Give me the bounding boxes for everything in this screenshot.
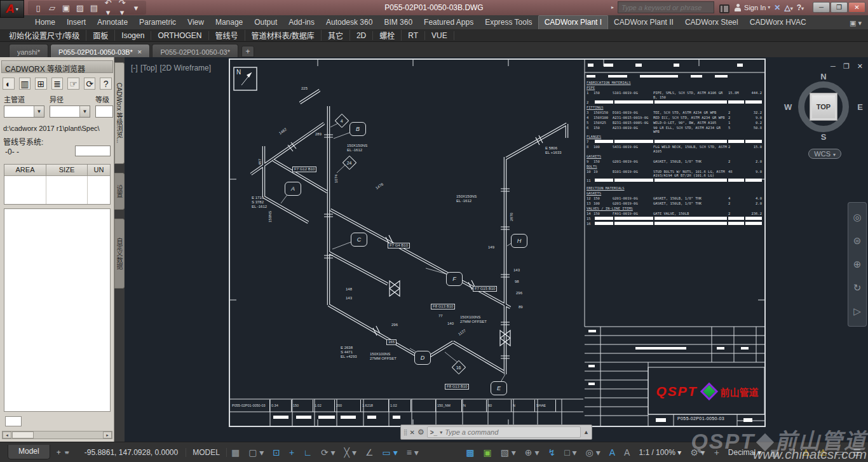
workspace-gear-icon[interactable]: ⚙ ▾: [686, 447, 709, 458]
command-line[interactable]: ⣿ ✕ ⚙ >_ ▾ ▲: [400, 425, 592, 440]
viewport-visual-style-control[interactable]: [2D Wireframe]: [159, 64, 211, 72]
viewcube[interactable]: N S W E TOP: [793, 76, 854, 137]
ribbon-tab[interactable]: Home: [29, 16, 61, 29]
line-number-input[interactable]: [75, 146, 111, 156]
model-layout-tab[interactable]: Model: [8, 445, 50, 459]
ribbon-tab[interactable]: Output: [248, 16, 283, 29]
geolocation-icon[interactable]: ◌: [783, 447, 797, 458]
file-tab[interactable]: yanshi* ✕: [9, 44, 48, 57]
scroll-left-icon[interactable]: ◂: [3, 431, 11, 438]
zoom-icon[interactable]: ⊕: [853, 259, 862, 270]
reducer-select[interactable]: ▼: [50, 105, 90, 118]
column-header[interactable]: AREA: [4, 165, 46, 176]
ribbon-tab[interactable]: Add-ins: [283, 16, 320, 29]
new-layout-button[interactable]: +: [57, 448, 61, 457]
annotation-visibility-icon[interactable]: A: [605, 447, 620, 458]
list-icon[interactable]: ≣: [51, 78, 64, 90]
doc-minimize-icon[interactable]: ─: [831, 62, 836, 71]
selection-cycling-icon[interactable]: ▣: [478, 447, 496, 458]
calculator-icon[interactable]: ⊞: [35, 78, 47, 90]
command-input[interactable]: [445, 428, 578, 436]
search-collapse-icon[interactable]: ▸: [611, 4, 614, 10]
transparency-icon[interactable]: ▩: [461, 447, 478, 458]
close-icon[interactable]: ✕: [410, 429, 415, 436]
showmotion-icon[interactable]: ▷: [853, 306, 861, 317]
scroll-right-icon[interactable]: ▸: [103, 431, 112, 438]
palette-tab-custom-data[interactable]: 自定义数据: [114, 219, 125, 289]
ribbon-tab[interactable]: Featured Apps: [418, 16, 479, 29]
customize-wrench-icon[interactable]: ⚙: [417, 428, 424, 437]
units-label[interactable]: Decimal ▾: [724, 448, 766, 457]
snap-mode-icon[interactable]: ▢ ▾: [244, 447, 268, 458]
ribbon-display-toggle[interactable]: ▣ ▾: [850, 19, 862, 29]
layout-chevrons-icon[interactable]: ▾▾: [65, 449, 68, 456]
doc-close-icon[interactable]: ✕: [857, 62, 863, 71]
viewcube-top-face[interactable]: TOP: [810, 93, 837, 121]
component-listbox[interactable]: [4, 208, 111, 412]
doc-restore-icon[interactable]: ❐: [843, 62, 850, 71]
ribbon-tab[interactable]: Express Tools: [479, 16, 538, 29]
file-tab[interactable]: P055-02P01-0050-03* ✕: [152, 44, 238, 57]
palette-tab-browser[interactable]: CADWorx 等级浏览...: [114, 62, 125, 164]
ribbon-tab[interactable]: CADWorx Plant I: [538, 15, 608, 29]
ribbon-tab[interactable]: BIM 360: [378, 16, 418, 29]
plot-icon[interactable]: ▤: [88, 3, 100, 13]
ribbon-panel[interactable]: 螺栓: [373, 30, 402, 41]
chevron-down-icon[interactable]: ▾: [440, 430, 442, 435]
catalog-icon[interactable]: ▥: [19, 78, 31, 90]
ribbon-panel[interactable]: 管道材料表/数据库: [245, 30, 322, 41]
ribbon-panel[interactable]: 初始化设置尺寸/等级: [3, 30, 86, 41]
ucs-icon[interactable]: ⊕ ▾: [520, 447, 544, 458]
graphics-performance-icon[interactable]: ⚠: [815, 447, 832, 458]
annotation-scale-label[interactable]: 1:1 / 100% ▾: [634, 448, 686, 457]
steering-wheel-icon[interactable]: ◎: [853, 212, 861, 223]
quick-properties-icon[interactable]: ↯: [543, 447, 560, 458]
main-pipe-select[interactable]: ▼: [4, 105, 44, 118]
exchange-apps-icon[interactable]: ✕: [774, 3, 780, 12]
viewport-minus-control[interactable]: [-]: [131, 64, 138, 72]
navigation-wheel-icon[interactable]: ◎ ▾: [581, 447, 605, 458]
close-tab-icon[interactable]: ✕: [137, 49, 142, 55]
scroll-thumb[interactable]: [12, 431, 34, 438]
ribbon-panel[interactable]: 其它: [322, 30, 350, 41]
ribbon-tab[interactable]: Annotate: [92, 16, 133, 29]
ribbon-panel[interactable]: RT: [402, 31, 425, 40]
undo-icon[interactable]: ↶ ▾: [102, 0, 114, 17]
wcs-dropdown[interactable]: WCS▾: [808, 149, 841, 159]
column-header[interactable]: UN: [88, 165, 110, 176]
save-as-icon[interactable]: ▨: [74, 3, 86, 13]
column-header[interactable]: SIZE: [46, 165, 88, 176]
qat-customize-icon[interactable]: ▾: [130, 3, 142, 13]
ribbon-panel[interactable]: 2D: [350, 31, 373, 40]
palette-tab-settings[interactable]: 设置: [114, 173, 125, 210]
help-icon[interactable]: ?: [100, 78, 112, 90]
ribbon-tab[interactable]: View: [182, 16, 210, 29]
model-paper-toggle[interactable]: MODEL: [186, 448, 227, 457]
ribbon-tab[interactable]: CADWorx Plant II: [608, 16, 679, 29]
ribbon-panel[interactable]: 面板: [86, 30, 115, 41]
ribbon-panel[interactable]: VUE: [425, 31, 454, 40]
polar-tracking-icon[interactable]: ⟳ ▾: [316, 447, 340, 458]
compass-west[interactable]: W: [784, 102, 792, 112]
isolate-objects-icon[interactable]: ⚠: [797, 447, 815, 458]
restore-button[interactable]: ❐: [831, 2, 848, 13]
history-expand-icon[interactable]: ▲: [583, 429, 589, 435]
pan-hand-icon[interactable]: ⊜: [853, 235, 862, 247]
palette-scrollbar[interactable]: ◂ ▸: [2, 431, 112, 439]
new-file-icon[interactable]: ▯: [32, 3, 44, 13]
ortho-mode-icon[interactable]: ∟: [299, 447, 316, 458]
annotation-monitor-icon[interactable]: +: [710, 447, 724, 458]
save-icon[interactable]: ▣: [60, 3, 72, 13]
ribbon-tab[interactable]: CADWorx HVAC: [744, 16, 812, 29]
gizmo-icon[interactable]: ▧ ▾: [496, 447, 520, 458]
spec-editor-icon[interactable]: ◐: [3, 78, 15, 90]
minimize-button[interactable]: ─: [813, 2, 830, 13]
units-cube-icon[interactable]: □ ▾: [560, 447, 581, 458]
angle-icon[interactable]: ∠: [361, 447, 378, 458]
drag-grip-icon[interactable]: ⣿: [403, 429, 407, 435]
sign-in-button[interactable]: Sign In ▾: [735, 4, 770, 11]
ribbon-panel[interactable]: 管线号: [209, 30, 245, 41]
viewport-view-control[interactable]: [Top]: [140, 64, 157, 72]
ribbon-panel[interactable]: ORTHOGEN: [151, 31, 208, 40]
redo-icon[interactable]: ↷ ▾: [116, 0, 128, 17]
